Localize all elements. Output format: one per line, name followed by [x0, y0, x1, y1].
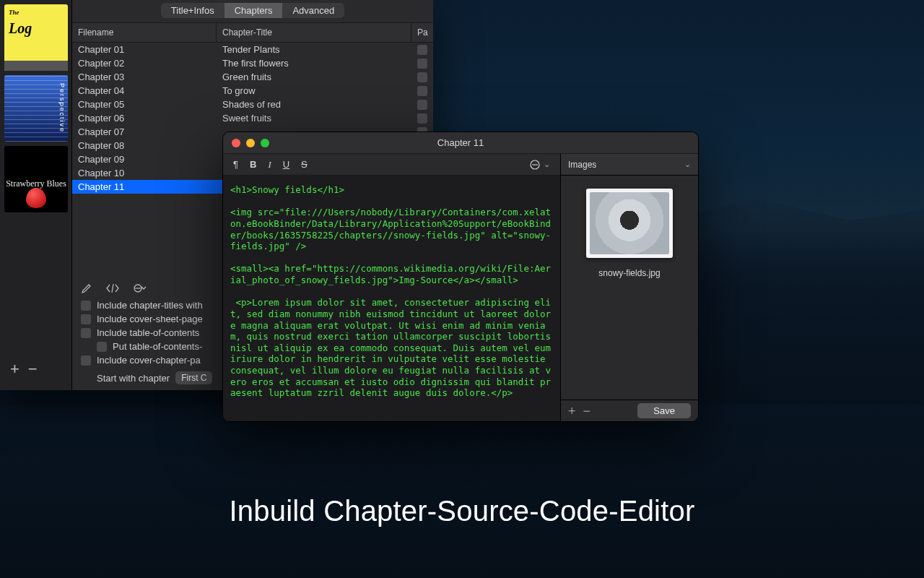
svg-point-7: [536, 164, 538, 165]
save-button[interactable]: Save: [637, 403, 691, 418]
paragraph-icon[interactable]: ¶: [233, 159, 238, 170]
cell-chapter-title: Green fruits: [217, 71, 411, 83]
table-header: Filename Chapter-Title Pa: [72, 22, 433, 43]
decorative-bar: [4, 61, 68, 71]
table-row[interactable]: Chapter 05Shades of red: [72, 98, 433, 111]
images-header: Images: [568, 160, 596, 170]
book-title: Strawberry Blues: [6, 171, 66, 188]
images-panel: Images ⌄ snowy-fields.jpg + − Save: [561, 154, 698, 421]
remove-image-button[interactable]: −: [583, 405, 591, 418]
book-thumbnail[interactable]: The Log: [4, 4, 68, 71]
editor-title: Chapter 11: [223, 137, 698, 148]
start-with-label: Start with chapter: [97, 373, 170, 384]
table-row[interactable]: Chapter 06Sweet fruits: [72, 111, 433, 125]
book-thumbnail[interactable]: Strawberry Blues: [4, 146, 68, 212]
segment-chapters[interactable]: Chapters: [225, 3, 283, 18]
column-pa[interactable]: Pa: [411, 23, 433, 42]
segment-advanced[interactable]: Advanced: [282, 3, 344, 18]
cell-chapter-title: Shades of red: [217, 98, 411, 111]
options-icon[interactable]: [133, 283, 147, 293]
table-row[interactable]: Chapter 03Green fruits: [72, 70, 433, 84]
cell-chapter-title: The first flowers: [217, 57, 411, 69]
image-thumbnail[interactable]: [586, 189, 673, 258]
add-book-button[interactable]: +: [10, 360, 19, 379]
svg-point-5: [533, 164, 534, 165]
checkbox-icon[interactable]: [97, 342, 107, 352]
cell-chapter-title: To grow: [217, 85, 411, 97]
column-chapter-title[interactable]: Chapter-Title: [217, 23, 411, 42]
add-image-button[interactable]: +: [568, 405, 576, 418]
code-icon[interactable]: [105, 283, 120, 293]
cell-filename: Chapter 05: [72, 98, 217, 111]
svg-point-2: [136, 288, 137, 289]
segmented-control: Title+Infos Chapters Advanced: [161, 3, 344, 18]
cell-filename: Chapter 04: [72, 85, 217, 97]
table-row[interactable]: Chapter 01Tender Plants: [72, 43, 433, 56]
cell-filename: Chapter 10: [72, 167, 217, 179]
image-preview: [590, 192, 669, 254]
book-pretitle: The: [4, 4, 19, 16]
start-chapter-select[interactable]: First C: [175, 371, 212, 384]
source-code[interactable]: <h1>Snowy fields</h1> <img src="file:///…: [230, 184, 553, 399]
svg-point-6: [534, 164, 536, 165]
remove-book-button[interactable]: −: [28, 360, 38, 379]
chevron-down-icon: ⌄: [684, 160, 691, 169]
more-options-icon[interactable]: ⌄: [529, 159, 550, 171]
cell-filename: Chapter 09: [72, 153, 217, 165]
cell-filename: Chapter 08: [72, 139, 217, 152]
book-title: Log: [4, 16, 32, 37]
cell-filename: Chapter 07: [72, 126, 217, 138]
editor-window: Chapter 11 ¶ B I U S ⌄ <h1>Snowy fields<…: [222, 131, 699, 422]
cell-filename: Chapter 06: [72, 112, 217, 124]
checkbox-icon[interactable]: [417, 113, 427, 124]
marketing-caption: Inbuild Chapter-Source-Code-Editor: [0, 495, 924, 527]
cell-filename: Chapter 01: [72, 43, 217, 56]
editor-titlebar[interactable]: Chapter 11: [223, 132, 698, 154]
table-row[interactable]: Chapter 02The first flowers: [72, 56, 433, 70]
underline-icon[interactable]: U: [283, 159, 289, 170]
strike-icon[interactable]: S: [301, 159, 308, 170]
chevron-down-icon: ⌄: [544, 160, 550, 169]
italic-icon[interactable]: I: [268, 159, 271, 171]
checkbox-icon[interactable]: [81, 328, 91, 338]
cell-chapter-title: Tender Plants: [217, 43, 411, 56]
images-header-row[interactable]: Images ⌄: [561, 154, 698, 176]
checkbox-icon[interactable]: [417, 45, 427, 55]
column-filename[interactable]: Filename: [72, 23, 217, 42]
images-footer: + − Save: [561, 400, 698, 421]
svg-point-1: [137, 288, 139, 289]
checkbox-icon[interactable]: [81, 301, 91, 311]
checkbox-icon[interactable]: [81, 355, 91, 366]
segment-title-infos[interactable]: Title+Infos: [161, 3, 225, 18]
book-thumbnail[interactable]: Perspective: [4, 75, 68, 142]
option-label: Include chapter-titles with: [97, 300, 203, 311]
edit-icon[interactable]: [81, 282, 92, 294]
option-label: Include table-of-contents: [97, 327, 199, 338]
checkbox-icon[interactable]: [81, 314, 91, 324]
svg-point-3: [139, 288, 141, 289]
checkbox-icon[interactable]: [417, 86, 427, 96]
option-label: Put table-of-contents-: [113, 341, 202, 352]
cell-filename: Chapter 11: [72, 181, 217, 193]
book-title: Perspective: [57, 77, 66, 139]
checkbox-icon[interactable]: [417, 72, 427, 82]
table-row[interactable]: Chapter 04To grow: [72, 84, 433, 98]
option-label: Include cover-chapter-pa: [97, 355, 201, 366]
bold-icon[interactable]: B: [250, 159, 256, 170]
books-sidebar: The Log Perspective Strawberry Blues + −: [0, 0, 72, 390]
strawberry-icon: [26, 188, 46, 208]
option-label: Include cover-sheet-page: [97, 314, 203, 324]
cell-filename: Chapter 03: [72, 71, 217, 83]
format-toolbar: ¶ B I U S ⌄: [223, 154, 560, 176]
cell-chapter-title: Sweet fruits: [217, 112, 411, 124]
sidebar-footer: + −: [4, 355, 67, 386]
checkbox-icon[interactable]: [417, 59, 427, 69]
editor-left-pane: ¶ B I U S ⌄ <h1>Snowy fields</h1> <img s…: [223, 154, 561, 421]
image-filename: snowy-fields.jpg: [598, 268, 660, 278]
cell-filename: Chapter 02: [72, 57, 217, 69]
checkbox-icon[interactable]: [417, 100, 427, 110]
code-editor[interactable]: <h1>Snowy fields</h1> <img src="file:///…: [223, 176, 560, 421]
